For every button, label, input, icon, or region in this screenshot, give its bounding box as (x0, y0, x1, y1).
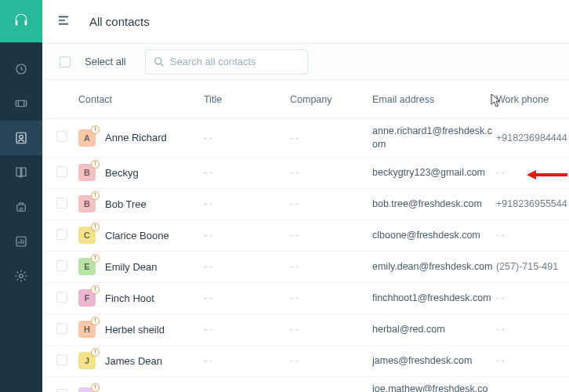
table-row[interactable]: H!Herbel sheild- -- -herbal@red.com- - (42, 314, 569, 346)
nav-tickets-icon[interactable] (0, 86, 42, 121)
select-all-label: Select all (85, 56, 126, 67)
contact-name[interactable]: Finch Hoot (105, 292, 154, 304)
table-row[interactable]: J!Joe Mathew- -- -joe.mathew@freshdesk.c… (42, 377, 569, 392)
cell-workphone: - - (496, 324, 569, 335)
app-logo[interactable] (0, 0, 42, 42)
col-contact[interactable]: Contact (78, 94, 204, 105)
cell-company: - - (290, 167, 372, 178)
topbar: All contacts (42, 0, 569, 44)
cell-workphone: +918236955544 (496, 198, 569, 209)
col-email[interactable]: Email address (372, 94, 496, 105)
cell-email[interactable]: anne.richard1@freshdesk.com (372, 125, 496, 151)
select-all-checkbox[interactable] (60, 56, 71, 67)
cell-company: - - (290, 132, 372, 143)
cell-title: - - (204, 355, 290, 366)
cell-company: - - (290, 198, 372, 209)
alert-badge-icon: ! (91, 317, 100, 325)
table-row[interactable]: C!Clarice Boone- -- -clboone@freshdesk.c… (42, 220, 569, 252)
row-checkbox[interactable] (56, 292, 67, 303)
row-checkbox[interactable] (56, 198, 67, 209)
col-title[interactable]: Title (204, 94, 290, 105)
cell-email[interactable]: bob.tree@freshdesk.com (372, 198, 496, 211)
menu-toggle-icon[interactable] (56, 14, 71, 29)
row-checkbox[interactable] (56, 131, 67, 142)
row-checkbox[interactable] (56, 389, 67, 392)
table-header: Contact Title Company Email address Work… (42, 80, 569, 119)
cell-title: - - (204, 167, 290, 178)
table-row[interactable]: B!Beckyg- -- -beckygtry123@gmail.com- - (42, 158, 569, 189)
cell-workphone: - - (496, 292, 569, 303)
alert-badge-icon: ! (91, 348, 100, 357)
avatar: E! (78, 258, 96, 275)
contact-name[interactable]: Beckyg (105, 167, 139, 179)
svg-rect-2 (16, 132, 26, 143)
avatar: F! (78, 289, 96, 307)
alert-badge-icon: ! (91, 191, 100, 200)
table-row[interactable]: E!Emily Dean- -- -emily.dean@freshdesk.c… (42, 252, 569, 283)
nav-knowledge-icon[interactable] (0, 155, 42, 190)
search-wrap (145, 49, 308, 74)
alert-badge-icon: ! (91, 160, 100, 169)
cell-title: - - (204, 132, 290, 143)
row-checkbox[interactable] (56, 323, 67, 334)
col-workphone[interactable]: Work phone (496, 94, 569, 105)
nav-dashboard-icon[interactable] (0, 52, 42, 86)
cell-title: - - (204, 261, 290, 272)
avatar: B! (78, 195, 96, 212)
cell-email[interactable]: herbal@red.com (372, 323, 496, 336)
svg-point-3 (20, 135, 24, 139)
contact-name[interactable]: Herbel sheild (105, 324, 165, 336)
table-body: A!Anne Richard- -- -anne.richard1@freshd… (42, 119, 569, 392)
svg-rect-1 (16, 100, 27, 107)
page-title: All contacts (89, 15, 150, 28)
table-row[interactable]: A!Anne Richard- -- -anne.richard1@freshd… (42, 119, 569, 158)
avatar: H! (78, 321, 96, 338)
cell-company: - - (290, 261, 372, 272)
cell-workphone: - - (496, 167, 569, 178)
col-company[interactable]: Company (290, 94, 372, 105)
search-icon (154, 56, 165, 67)
avatar: J! (78, 387, 96, 392)
cell-workphone: +918236984444 (496, 132, 569, 143)
table-row[interactable]: F!Finch Hoot- -- -finchhoot1@freshdesk.c… (42, 283, 569, 314)
row-checkbox[interactable] (56, 354, 67, 365)
cell-company: - - (290, 355, 372, 366)
cell-title: - - (204, 324, 290, 335)
nav-automation-icon[interactable] (0, 190, 42, 224)
contact-name[interactable]: Bob Tree (105, 198, 147, 210)
filter-bar: Select all (42, 44, 569, 80)
cell-email[interactable]: beckygtry123@gmail.com (372, 166, 496, 180)
cell-title: - - (204, 198, 290, 209)
cell-company: - - (290, 324, 372, 335)
contact-name[interactable]: Emily Dean (105, 261, 157, 273)
search-input[interactable] (170, 56, 295, 67)
cell-workphone: (257)-715-491 (496, 261, 569, 272)
cell-email[interactable]: joe.mathew@freshdesk.com (372, 383, 496, 392)
avatar: C! (78, 227, 96, 244)
nav-contacts-icon[interactable] (0, 121, 42, 155)
cell-email[interactable]: finchhoot1@freshdesk.com (372, 292, 496, 305)
sidebar (0, 0, 42, 392)
main-area: All contacts Select all Contact Title Co… (42, 0, 569, 392)
cell-email[interactable]: james@freshdesk.com (372, 354, 496, 368)
row-checkbox[interactable] (56, 166, 67, 177)
cell-email[interactable]: emily.dean@freshdesk.com (372, 260, 496, 274)
cell-company: - - (290, 292, 372, 303)
nav-settings-icon[interactable] (0, 259, 42, 293)
alert-badge-icon: ! (91, 285, 100, 294)
row-checkbox[interactable] (56, 229, 67, 240)
avatar: J! (78, 352, 96, 369)
cell-workphone: - - (496, 355, 569, 366)
alert-badge-icon: ! (91, 254, 100, 263)
svg-point-6 (20, 274, 24, 278)
cell-email[interactable]: clboone@freshdesk.com (372, 229, 496, 242)
contact-name[interactable]: Clarice Boone (105, 230, 169, 241)
contact-name[interactable]: Anne Richard (105, 132, 167, 143)
table-row[interactable]: J!James Dean- -- -james@freshdesk.com- - (42, 346, 569, 377)
nav-reports-icon[interactable] (0, 224, 42, 259)
contact-name[interactable]: James Dean (105, 355, 162, 367)
table-row[interactable]: B!Bob Tree- -- -bob.tree@freshdesk.com+9… (42, 189, 569, 220)
row-checkbox[interactable] (56, 260, 67, 271)
avatar: A! (78, 129, 96, 147)
alert-badge-icon: ! (91, 125, 100, 134)
